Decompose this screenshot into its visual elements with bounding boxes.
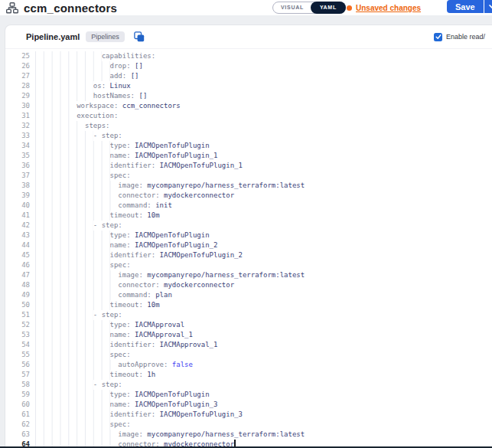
code-line[interactable]: 27 add: [] <box>5 71 492 81</box>
indent-guides <box>35 260 110 270</box>
yaml-toggle-button[interactable]: YAML <box>311 2 346 14</box>
pipeline-graph-icon <box>6 2 18 14</box>
yaml-code[interactable]: 25 capabilities:26 drop: []27 add: []28 … <box>5 49 492 448</box>
code-line[interactable]: 54 identifier: IACMApproval_1 <box>5 340 492 350</box>
code-line[interactable]: 61 identifier: IACMOpenTofuPlugin_3 <box>5 410 492 420</box>
code-text: execution: <box>35 111 492 121</box>
indent-guides <box>35 131 93 141</box>
code-line[interactable]: 62 spec: <box>5 420 492 430</box>
code-text: identifier: IACMOpenTofuPlugin_3 <box>35 410 492 420</box>
code-text: name: IACMApproval_1 <box>35 330 492 340</box>
code-line[interactable]: 45 identifier: IACMOpenTofuPlugin_2 <box>5 250 492 260</box>
line-number: 57 <box>7 370 30 380</box>
code-line[interactable]: 49 command: plan <box>5 290 492 300</box>
code-text: - step: <box>35 131 492 141</box>
code-text: connector: mydockerconnector <box>35 191 492 201</box>
code-text: command: plan <box>35 290 492 300</box>
checkmark-icon <box>435 34 441 40</box>
code-line[interactable]: 44 name: IACMOpenTofuPlugin_2 <box>5 240 492 250</box>
indent-guides <box>35 61 110 71</box>
code-line[interactable]: 46 spec: <box>5 260 492 270</box>
code-text: autoApprove: false <box>35 360 492 370</box>
code-text: identifier: IACMApproval_1 <box>35 340 492 350</box>
code-line[interactable]: 41 timeout: 10m <box>5 211 492 221</box>
code-line[interactable]: 57 timeout: 1h <box>5 370 492 380</box>
file-name-label: Pipeline.yaml <box>26 32 80 41</box>
line-number: 26 <box>7 61 30 71</box>
indent-guides <box>35 211 110 221</box>
indent-guides <box>35 310 93 320</box>
code-line[interactable]: 42 - step: <box>5 221 492 231</box>
code-text: capabilities: <box>35 51 492 61</box>
save-dropdown-button[interactable] <box>484 0 492 13</box>
code-line[interactable]: 50 timeout: 10m <box>5 300 492 310</box>
chevron-down-icon <box>489 5 492 9</box>
line-number: 35 <box>7 151 30 161</box>
code-text: spec: <box>35 260 492 270</box>
code-line[interactable]: 37 spec: <box>5 171 492 181</box>
line-number: 28 <box>7 81 30 91</box>
indent-guides <box>35 290 118 300</box>
code-line[interactable]: 52 type: IACMApproval <box>5 320 492 330</box>
pipeline-title: ccm_connectors <box>24 2 117 15</box>
indent-guides <box>35 420 110 430</box>
code-line[interactable]: 38 image: mycompanyrepo/harness_terrafor… <box>5 181 492 191</box>
code-line[interactable]: 29 hostNames: [] <box>5 91 492 101</box>
code-line[interactable]: 53 name: IACMApproval_1 <box>5 330 492 340</box>
indent-guides <box>35 410 110 420</box>
code-text: drop: [] <box>35 61 492 71</box>
line-number: 31 <box>7 111 30 121</box>
code-text: - step: <box>35 310 492 320</box>
code-line[interactable]: 55 spec: <box>5 350 492 360</box>
indent-guides <box>35 320 110 330</box>
code-line[interactable]: 31 execution: <box>5 111 492 121</box>
indent-guides <box>35 161 110 171</box>
copy-yaml-button[interactable] <box>134 31 145 42</box>
code-line[interactable]: 40 command: init <box>5 201 492 211</box>
code-line[interactable]: 32 steps: <box>5 121 492 131</box>
code-line[interactable]: 34 type: IACMOpenTofuPlugin <box>5 141 492 151</box>
indent-guides <box>35 430 118 440</box>
code-line[interactable]: 30 workspace: ccm_connectors <box>5 101 492 111</box>
code-line[interactable]: 59 type: IACMOpenTofuPlugin <box>5 390 492 400</box>
code-line[interactable]: 35 name: IACMOpenTofuPlugin_1 <box>5 151 492 161</box>
code-line[interactable]: 25 capabilities: <box>5 51 492 61</box>
code-line[interactable]: 26 drop: [] <box>5 61 492 71</box>
code-text: spec: <box>35 171 492 181</box>
code-text: identifier: IACMOpenTofuPlugin_2 <box>35 250 492 260</box>
copy-icon <box>134 31 145 42</box>
indent-guides <box>35 270 118 280</box>
code-text: name: IACMOpenTofuPlugin_1 <box>35 151 492 161</box>
code-line[interactable]: 43 type: IACMOpenTofuPlugin <box>5 231 492 240</box>
line-number: 61 <box>7 410 30 420</box>
indent-guides <box>35 101 77 111</box>
line-number: 60 <box>7 400 30 410</box>
code-line[interactable]: 56 autoApprove: false <box>5 360 492 370</box>
code-line[interactable]: 39 connector: mydockerconnector <box>5 191 492 201</box>
code-line[interactable]: 63 image: mycompanyrepo/harness_terrafor… <box>5 430 492 440</box>
code-line[interactable]: 51 - step: <box>5 310 492 320</box>
pipeline-header: ccm_connectors VISUAL YAML Unsaved chang… <box>0 0 492 15</box>
line-number: 63 <box>7 430 30 440</box>
line-number: 56 <box>7 360 30 370</box>
save-button[interactable]: Save <box>447 0 484 13</box>
code-line[interactable]: 48 connector: mydockerconnector <box>5 280 492 290</box>
indent-guides <box>35 71 110 81</box>
line-number: 46 <box>7 260 30 270</box>
line-number: 59 <box>7 390 30 400</box>
line-number: 42 <box>7 221 30 231</box>
visual-toggle-button[interactable]: VISUAL <box>273 2 311 13</box>
code-line[interactable]: 58 - step: <box>5 380 492 390</box>
enable-readonly-control: Enable read/ <box>434 25 485 48</box>
code-text: identifier: IACMOpenTofuPlugin_1 <box>35 161 492 171</box>
code-line[interactable]: 33 - step: <box>5 131 492 141</box>
code-line[interactable]: 47 image: mycompanyrepo/harness_terrafor… <box>5 270 492 280</box>
code-line[interactable]: 60 name: IACMOpenTofuPlugin_3 <box>5 400 492 410</box>
unsaved-changes-link[interactable]: Unsaved changes <box>347 0 421 15</box>
line-number: 29 <box>7 91 30 101</box>
code-line[interactable]: 36 identifier: IACMOpenTofuPlugin_1 <box>5 161 492 171</box>
code-line[interactable]: 28 os: Linux <box>5 81 492 91</box>
line-number: 36 <box>7 161 30 171</box>
save-split-button: Save <box>447 0 492 13</box>
enable-readonly-checkbox[interactable] <box>434 33 442 41</box>
